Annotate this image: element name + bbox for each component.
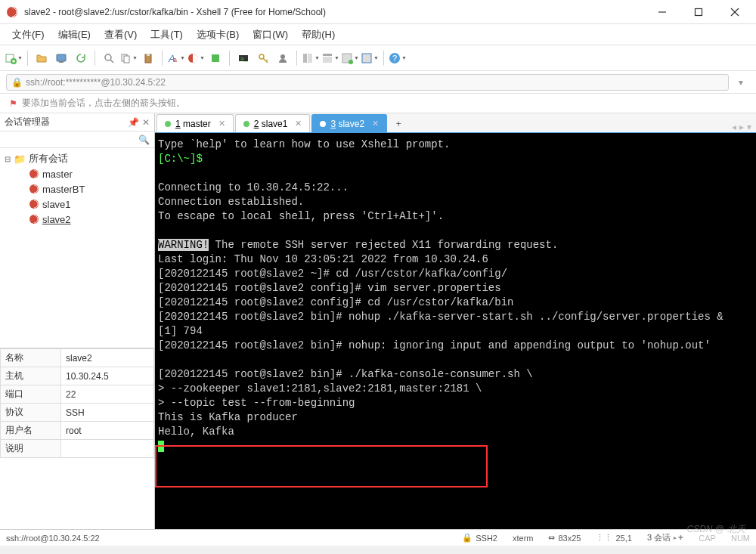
svg-point-11 [105, 54, 111, 60]
address-text: ssh://root:**********@10.30.24.5:22 [26, 77, 166, 88]
session-manager-panel: 会话管理器 📌 ✕ 🔍 ⊟ 📁 所有会话 mastermasterBTslave… [0, 113, 155, 529]
prop-value: root [61, 422, 154, 440]
new-session-icon[interactable]: ▼ [5, 49, 23, 67]
layout2-icon[interactable]: ▼ [321, 49, 339, 67]
status-size: 83x25 [558, 534, 581, 543]
pos-icon: ⋮⋮ [596, 533, 612, 543]
prop-key: 说明 [1, 440, 61, 458]
layout1-icon[interactable]: ▼ [302, 49, 320, 67]
refresh-icon[interactable] [72, 49, 90, 67]
sidebar-close-icon[interactable]: ✕ [142, 117, 150, 128]
prop-key: 主机 [1, 367, 61, 385]
tree-item-master[interactable]: master [2, 166, 153, 181]
tab-strip: 1 master✕2 slave1✕3 slave2✕ + ◂ ▸ ▾ [155, 113, 756, 133]
collapse-icon[interactable]: ⊟ [5, 155, 14, 163]
prop-value: 22 [61, 385, 154, 404]
prop-key: 端口 [1, 385, 61, 404]
address-input[interactable]: 🔒 ssh://root:**********@10.30.24.5:22 [6, 74, 729, 91]
open-icon[interactable] [33, 49, 51, 67]
prop-row: 名称slave2 [1, 349, 154, 367]
status-dot-icon [165, 121, 171, 127]
session-icon [29, 169, 39, 179]
prop-key: 协议 [1, 404, 61, 422]
session-tree[interactable]: ⊟ 📁 所有会话 mastermasterBTslave1slave2 [0, 148, 154, 348]
tab-prev-icon[interactable]: ◂ [732, 122, 736, 132]
svg-point-39 [29, 215, 39, 224]
session-icon [29, 199, 39, 209]
menu-tools[interactable]: 工具(T) [144, 25, 189, 45]
tab-slave2[interactable]: 3 slave2✕ [311, 114, 387, 132]
info-bar: ⚑ 要添加当前会话，点击左侧的箭头按钮。 [0, 94, 756, 113]
close-button[interactable] [720, 2, 750, 23]
svg-rect-27 [303, 54, 307, 63]
tree-root[interactable]: ⊟ 📁 所有会话 [2, 151, 153, 166]
pin-icon[interactable]: 📌 [128, 117, 139, 128]
tree-item-masterBT[interactable]: masterBT [2, 181, 153, 197]
minimize-button[interactable] [647, 2, 677, 23]
svg-rect-16 [147, 54, 150, 56]
svg-line-12 [110, 60, 113, 63]
copy-icon[interactable]: ▼ [119, 49, 138, 67]
quick-cmd-icon[interactable]: >_ [234, 49, 253, 67]
connect-icon[interactable] [52, 49, 70, 67]
tab-close-icon[interactable]: ✕ [295, 119, 302, 128]
watermark: CSDN @-北天- [686, 523, 748, 536]
window-title: slave2 - root@slave2:/usr/cstor/kafka/bi… [24, 7, 647, 17]
session-icon [29, 184, 39, 194]
svg-text:>_: >_ [240, 55, 248, 62]
new-tab-button[interactable]: + [390, 116, 407, 132]
paste-icon[interactable] [139, 49, 157, 67]
maximize-button[interactable] [683, 2, 714, 23]
tab-slave1[interactable]: 2 slave1✕ [235, 114, 311, 132]
lock-icon: 🔒 [11, 77, 23, 88]
search-icon: 🔍 [138, 135, 150, 145]
go-button[interactable]: ▾ [732, 74, 750, 91]
color-icon[interactable]: ▼ [187, 49, 205, 67]
svg-point-36 [29, 169, 39, 178]
key-icon[interactable] [254, 49, 272, 67]
info-hint: 要添加当前会话，点击左侧的箭头按钮。 [22, 97, 185, 110]
tab-next-icon[interactable]: ▸ [739, 122, 744, 132]
highlight-icon[interactable] [206, 49, 225, 67]
tab-menu-icon[interactable]: ▾ [747, 122, 751, 132]
svg-line-25 [266, 60, 268, 61]
tab-close-icon[interactable]: ✕ [372, 119, 379, 128]
svg-rect-28 [308, 54, 312, 63]
menu-file[interactable]: 文件(F) [6, 25, 51, 45]
help-icon[interactable]: ?▼ [389, 49, 407, 67]
svg-rect-33 [362, 54, 371, 63]
terminal[interactable]: Type `help' to learn how to use Xshell p… [155, 133, 756, 529]
svg-rect-20 [212, 54, 219, 62]
tree-item-slave2[interactable]: slave2 [2, 212, 153, 227]
prop-key: 用户名 [1, 422, 61, 440]
menu-view[interactable]: 查看(V) [98, 25, 143, 45]
tree-item-slave1[interactable]: slave1 [2, 197, 153, 212]
menu-window[interactable]: 窗口(W) [246, 25, 294, 45]
tab-master[interactable]: 1 master✕ [156, 114, 234, 132]
font-icon[interactable]: Aa▼ [167, 49, 185, 67]
app-icon [6, 6, 18, 18]
tree-item-label: slave2 [42, 214, 71, 225]
menu-help[interactable]: 帮助(H) [296, 25, 341, 45]
svg-text:a: a [173, 56, 177, 63]
prop-key: 名称 [1, 349, 61, 367]
prop-row: 端口22 [1, 385, 154, 404]
menu-edit[interactable]: 编辑(E) [52, 25, 97, 45]
search-icon[interactable] [100, 49, 118, 67]
svg-rect-9 [57, 54, 66, 61]
content-area: 1 master✕2 slave1✕3 slave2✕ + ◂ ▸ ▾ Type… [155, 113, 756, 529]
prop-row: 用户名root [1, 422, 154, 440]
tree-item-label: masterBT [42, 184, 85, 195]
menu-tabs[interactable]: 选项卡(B) [191, 25, 245, 45]
svg-rect-10 [59, 61, 64, 63]
user-icon[interactable] [274, 49, 292, 67]
tree-item-label: slave1 [42, 199, 71, 210]
svg-point-32 [349, 60, 353, 64]
layout3-icon[interactable]: ▼ [341, 49, 359, 67]
layout4-icon[interactable]: ▼ [361, 49, 379, 67]
prop-value: SSH [61, 404, 154, 422]
prop-row: 主机10.30.24.5 [1, 367, 154, 385]
sidebar-search[interactable]: 🔍 [0, 132, 154, 148]
tab-close-icon[interactable]: ✕ [218, 119, 225, 128]
svg-rect-29 [323, 54, 332, 56]
